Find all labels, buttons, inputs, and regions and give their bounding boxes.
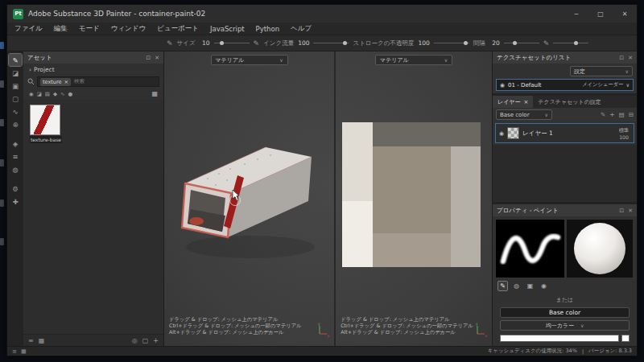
menu-mode[interactable]: モード bbox=[73, 23, 105, 35]
layer-name[interactable]: レイヤー 1 bbox=[522, 130, 553, 138]
paint-tool[interactable]: ✎ bbox=[9, 54, 22, 66]
polygon-fill-tool[interactable]: ▢ bbox=[9, 93, 22, 105]
viewport-2d[interactable]: マテリアル ∨ ドラッグ & ドロップ: メッシュ上のマテリアル Ctrl+ドラ… bbox=[336, 51, 492, 346]
container-3d-model[interactable] bbox=[174, 122, 327, 283]
dock-panel-icon[interactable]: ⊡ bbox=[619, 55, 624, 61]
size-slider[interactable] bbox=[214, 39, 250, 47]
texture-set-settings-dropdown[interactable]: 設定 ∨ bbox=[570, 66, 633, 76]
layer-item[interactable]: ◉ レイヤー 1 標準 100 bbox=[495, 123, 634, 143]
material-properties-tab[interactable]: ◉ bbox=[539, 281, 549, 291]
clone-tool[interactable]: ⊕ bbox=[9, 118, 22, 130]
blend-mode-dropdown[interactable]: 標準 bbox=[619, 126, 629, 134]
angle-pressure-icon[interactable]: ✎ bbox=[543, 39, 550, 47]
add-asset-icon[interactable]: + bbox=[153, 337, 159, 344]
uv-texture-view[interactable] bbox=[342, 122, 481, 267]
stencil-properties-tab[interactable]: ▣ bbox=[525, 281, 535, 291]
menu-file[interactable]: ファイル bbox=[9, 23, 48, 35]
eye-icon[interactable]: ◉ bbox=[500, 82, 505, 88]
menu-javascript[interactable]: JavaScript bbox=[204, 23, 250, 35]
viewport-3d[interactable]: マテリアル ∨ ドラッグ & ドロップ: メッシュ上のマテリアル Ctrl+ドラ… bbox=[164, 51, 334, 346]
delete-layer-icon[interactable]: ⊟ bbox=[629, 111, 634, 118]
filter-circle-icon[interactable]: ◎ bbox=[132, 337, 138, 344]
material-mode-dropdown[interactable]: マテリアル ∨ bbox=[375, 55, 452, 65]
smudge-tool[interactable]: ∿ bbox=[9, 105, 22, 117]
asset-item[interactable]: texture-base bbox=[30, 105, 62, 143]
desktop-shortcut-icon[interactable] bbox=[0, 119, 4, 126]
close-panel-icon[interactable]: ✕ bbox=[628, 55, 633, 61]
flow-slider[interactable] bbox=[313, 39, 349, 47]
add-folder-icon[interactable]: ▤ bbox=[619, 111, 625, 118]
display-settings-tool[interactable]: ⚙ bbox=[9, 183, 22, 195]
desktop-shortcut-icon[interactable] bbox=[0, 200, 4, 207]
search-input[interactable]: texture × 検索 bbox=[37, 76, 159, 87]
symmetry-tool[interactable]: ◍ bbox=[9, 163, 22, 175]
asset-thumbnail[interactable] bbox=[30, 105, 60, 135]
desktop-shortcut-icon[interactable] bbox=[0, 238, 4, 245]
layer-opacity-value[interactable]: 100 bbox=[619, 134, 629, 141]
menu-python[interactable]: Python bbox=[250, 23, 285, 35]
eraser-tool[interactable]: ◪ bbox=[9, 67, 22, 79]
list-view-icon[interactable]: ≡ bbox=[28, 337, 34, 344]
flow-pressure-icon[interactable]: ✎ bbox=[254, 39, 260, 47]
shader-selector[interactable]: メインシェーダー ∨ bbox=[582, 81, 630, 88]
geometry-mask-tool[interactable]: ≡ bbox=[9, 150, 22, 162]
brush-size-icon[interactable]: ✎ bbox=[167, 39, 173, 47]
tab-texture-set-settings[interactable]: テクスチャセットの設定 bbox=[533, 96, 605, 108]
filter-smart-materials-icon[interactable]: ▤ bbox=[45, 91, 50, 97]
project-tree-item[interactable]: › Project bbox=[23, 64, 163, 75]
tab-layers[interactable]: レイヤー × bbox=[493, 96, 533, 108]
close-tab-icon[interactable]: × bbox=[524, 99, 529, 105]
dock-panel-icon[interactable]: ⊡ bbox=[146, 55, 151, 61]
filter-smart-masks-icon[interactable]: ◆ bbox=[53, 91, 57, 97]
texture-set-item[interactable]: ◉ 01 - Default メインシェーダー ∨ bbox=[496, 79, 634, 91]
filter-all-icon[interactable]: ◉ bbox=[29, 91, 34, 97]
color-swatch[interactable] bbox=[500, 335, 619, 342]
status-menu-icon[interactable]: ≡ bbox=[12, 348, 17, 355]
stroke-opacity-slider[interactable] bbox=[434, 39, 469, 47]
filter-textures-icon[interactable]: ● bbox=[68, 91, 72, 97]
menu-window[interactable]: ウィンドウ bbox=[105, 23, 152, 35]
maximize-button[interactable]: □ bbox=[588, 5, 613, 23]
frame-icon[interactable]: ▢ bbox=[142, 337, 149, 344]
menu-viewport[interactable]: ビューポート bbox=[151, 23, 204, 35]
add-layer-icon[interactable]: + bbox=[609, 111, 614, 118]
size-value[interactable]: 10 bbox=[200, 39, 210, 47]
base-color-button[interactable]: Base color bbox=[500, 307, 630, 318]
close-button[interactable]: ✕ bbox=[613, 5, 637, 23]
material-sphere-preview[interactable] bbox=[567, 220, 633, 278]
add-resource-tool[interactable]: ✚ bbox=[9, 195, 22, 208]
dock-panel-icon[interactable]: ⊡ bbox=[619, 208, 624, 214]
channel-dropdown[interactable]: Base color ∨ bbox=[496, 109, 552, 120]
thumbnail-size-icon[interactable]: ▦ bbox=[151, 90, 158, 97]
add-effect-icon[interactable]: ✎ bbox=[601, 111, 605, 118]
grid-view-icon[interactable]: ▦ bbox=[39, 337, 45, 344]
flow-value[interactable]: 100 bbox=[298, 39, 309, 47]
expand-arrow-icon[interactable]: › bbox=[29, 66, 31, 73]
alpha-properties-tab[interactable]: ◍ bbox=[511, 281, 522, 291]
close-panel-icon[interactable]: ✕ bbox=[155, 55, 159, 61]
layers-empty-area[interactable] bbox=[493, 145, 637, 202]
search-filter-chip[interactable]: texture × bbox=[40, 78, 71, 86]
projection-tool[interactable]: ▣ bbox=[9, 80, 22, 92]
filter-materials-icon[interactable]: ◪ bbox=[37, 91, 42, 97]
remove-tag-icon[interactable]: × bbox=[64, 79, 68, 85]
status-grid-icon[interactable]: ▦ bbox=[21, 348, 27, 355]
material-picker-tool[interactable]: ◈ bbox=[9, 138, 22, 150]
eye-icon[interactable]: ◉ bbox=[499, 130, 504, 137]
stroke-opacity-value[interactable]: 100 bbox=[418, 39, 429, 47]
filter-filters-icon[interactable]: ∿ bbox=[60, 91, 64, 97]
uniform-color-dropdown[interactable]: 均一カラー ∨ bbox=[500, 320, 630, 331]
material-mode-dropdown[interactable]: マテリアル ∨ bbox=[211, 55, 288, 65]
menu-edit[interactable]: 編集 bbox=[48, 23, 73, 35]
brush-stroke-preview[interactable] bbox=[496, 220, 564, 278]
spacing-slider[interactable] bbox=[504, 39, 539, 47]
color-picker-chip[interactable] bbox=[621, 335, 630, 342]
title-bar[interactable]: Pt Adobe Substance 3D Painter - containe… bbox=[7, 5, 637, 23]
desktop-shortcut-icon[interactable] bbox=[0, 159, 4, 167]
spacing-value[interactable]: 20 bbox=[489, 39, 500, 47]
minimize-button[interactable]: ─ bbox=[564, 5, 588, 23]
desktop-shortcut-icon[interactable] bbox=[0, 42, 4, 49]
desktop-shortcut-icon[interactable] bbox=[0, 80, 4, 88]
brush-properties-tab[interactable]: ✎ bbox=[497, 281, 508, 291]
close-panel-icon[interactable]: ✕ bbox=[628, 208, 633, 214]
